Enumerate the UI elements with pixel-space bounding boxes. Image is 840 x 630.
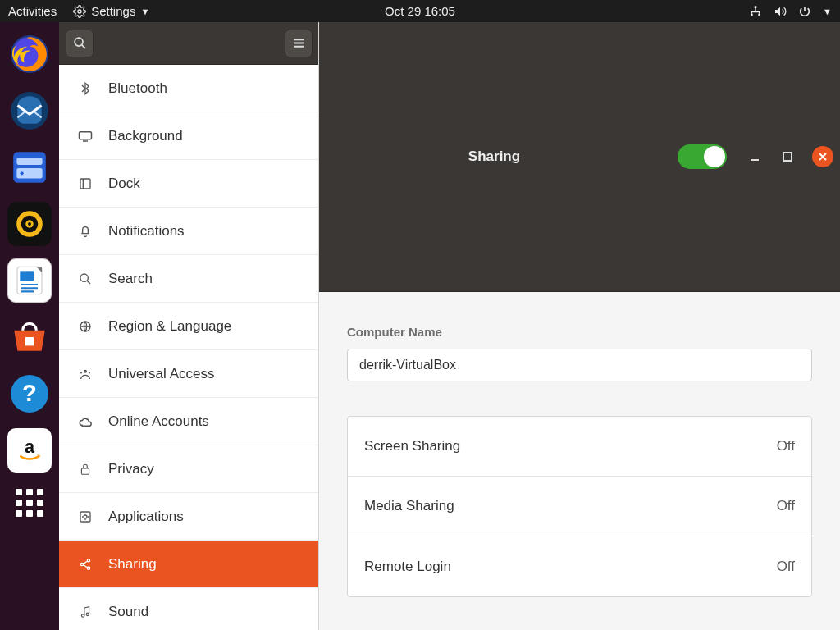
cloud-icon bbox=[77, 416, 94, 427]
search-icon bbox=[77, 272, 94, 285]
svg-text:?: ? bbox=[22, 380, 37, 406]
app-menu[interactable]: Settings ▼ bbox=[73, 4, 149, 18]
sidebar-item-label: Region & Language bbox=[108, 318, 231, 335]
sidebar-item-sharing[interactable]: Sharing bbox=[59, 541, 318, 588]
window-title-right: Sharing bbox=[468, 148, 520, 165]
chevron-down-icon: ▼ bbox=[140, 7, 149, 16]
svg-point-14 bbox=[28, 222, 31, 226]
computer-name-input[interactable] bbox=[347, 349, 812, 381]
dock-app-help[interactable]: ? bbox=[7, 372, 52, 416]
sidebar-item-label: Search bbox=[108, 271, 153, 287]
svg-rect-16 bbox=[20, 271, 34, 281]
dock-icon bbox=[77, 177, 94, 190]
window-minimize-button[interactable] bbox=[746, 148, 763, 165]
sharing-row-label: Media Sharing bbox=[364, 498, 454, 514]
svg-point-29 bbox=[84, 515, 87, 518]
sharing-row-media-sharing[interactable]: Media SharingOff bbox=[348, 477, 811, 536]
power-icon[interactable] bbox=[798, 5, 811, 18]
sharing-options-list: Screen SharingOffMedia SharingOffRemote … bbox=[347, 416, 812, 597]
sharing-row-label: Remote Login bbox=[364, 559, 451, 575]
bluetooth-icon bbox=[77, 82, 94, 95]
sidebar-item-sound[interactable]: Sound bbox=[59, 588, 318, 630]
svg-rect-1 bbox=[755, 6, 757, 8]
sharing-row-screen-sharing[interactable]: Screen SharingOff bbox=[348, 417, 811, 477]
computer-name-label: Computer Name bbox=[347, 325, 812, 339]
sidebar-item-online-accounts[interactable]: Online Accounts bbox=[59, 398, 318, 445]
svg-rect-27 bbox=[81, 468, 89, 473]
svg-rect-23 bbox=[80, 179, 90, 189]
sharing-row-label: Screen Sharing bbox=[364, 438, 460, 454]
svg-point-10 bbox=[21, 171, 24, 175]
dock-app-firefox[interactable] bbox=[7, 32, 52, 76]
sidebar-item-search[interactable]: Search bbox=[59, 255, 318, 303]
svg-point-34 bbox=[86, 613, 89, 615]
sidebar-item-label: Notifications bbox=[108, 223, 185, 240]
svg-point-26 bbox=[84, 369, 87, 372]
settings-sidebar: Settings BluetoothBackgroundDockNotifica… bbox=[59, 22, 319, 630]
activities-button[interactable]: Activities bbox=[8, 4, 57, 18]
app-menu-label: Settings bbox=[91, 4, 135, 18]
dock-app-rhythmbox[interactable] bbox=[7, 202, 52, 246]
gearbox-icon bbox=[77, 510, 94, 523]
launcher-dock: ? a bbox=[0, 22, 59, 630]
sidebar-item-label: Online Accounts bbox=[108, 413, 209, 430]
sidebar-item-region-language[interactable]: Region & Language bbox=[59, 303, 318, 350]
dock-app-files[interactable] bbox=[7, 145, 52, 189]
sidebar-item-privacy[interactable]: Privacy bbox=[59, 445, 318, 493]
sidebar-item-label: Bluetooth bbox=[108, 80, 167, 97]
svg-rect-3 bbox=[758, 13, 760, 16]
window-maximize-button[interactable] bbox=[779, 148, 796, 165]
display-icon bbox=[77, 130, 94, 142]
sidebar-search-button[interactable] bbox=[66, 30, 94, 57]
svg-rect-35 bbox=[783, 153, 792, 161]
chevron-down-icon[interactable]: ▼ bbox=[823, 7, 832, 16]
sidebar-item-label: Sound bbox=[108, 604, 148, 620]
hamburger-menu-button[interactable] bbox=[285, 30, 313, 57]
volume-icon[interactable] bbox=[774, 5, 787, 18]
lock-icon bbox=[77, 463, 94, 476]
sharing-row-remote-login[interactable]: Remote LoginOff bbox=[348, 536, 811, 596]
dock-app-thunderbird[interactable] bbox=[7, 89, 52, 133]
settings-window: Settings BluetoothBackgroundDockNotifica… bbox=[59, 22, 840, 630]
sidebar-item-label: Privacy bbox=[108, 461, 154, 477]
headerbar-left: Settings bbox=[59, 22, 319, 65]
dock-app-libreoffice-writer[interactable] bbox=[7, 258, 52, 303]
sidebar-item-applications[interactable]: Applications bbox=[59, 493, 318, 541]
dock-app-ubuntu-software[interactable] bbox=[7, 315, 52, 359]
svg-point-33 bbox=[81, 614, 84, 616]
sidebar-item-label: Sharing bbox=[108, 556, 157, 573]
settings-content: Sharing Computer Name Screen SharingOffM… bbox=[319, 22, 840, 630]
bell-icon bbox=[77, 225, 94, 238]
window-close-button[interactable] bbox=[812, 146, 833, 167]
svg-rect-8 bbox=[16, 158, 42, 165]
dock-app-amazon[interactable]: a bbox=[7, 428, 52, 472]
top-menu-bar: Activities Settings ▼ Oct 29 16:05 ▼ bbox=[0, 0, 840, 22]
share-icon bbox=[77, 558, 94, 571]
svg-rect-28 bbox=[80, 512, 90, 522]
svg-text:a: a bbox=[25, 436, 35, 457]
sidebar-item-universal-access[interactable]: Universal Access bbox=[59, 350, 318, 398]
sidebar-item-label: Background bbox=[108, 128, 183, 144]
sidebar-item-label: Applications bbox=[108, 509, 184, 525]
sharing-row-state: Off bbox=[777, 438, 795, 454]
show-applications-button[interactable] bbox=[13, 486, 46, 519]
sharing-master-switch[interactable] bbox=[678, 144, 727, 169]
headerbar-right: Sharing bbox=[319, 22, 840, 292]
music-icon bbox=[77, 605, 94, 619]
clock[interactable]: Oct 29 16:05 bbox=[385, 4, 455, 18]
sidebar-item-bluetooth[interactable]: Bluetooth bbox=[59, 65, 318, 112]
svg-point-0 bbox=[78, 10, 81, 13]
svg-rect-17 bbox=[25, 337, 34, 345]
sidebar-item-notifications[interactable]: Notifications bbox=[59, 208, 318, 255]
sidebar-item-label: Universal Access bbox=[108, 366, 214, 382]
sidebar-item-label: Dock bbox=[108, 176, 140, 192]
svg-rect-22 bbox=[80, 131, 92, 139]
sharing-row-state: Off bbox=[777, 559, 795, 575]
globe-icon bbox=[77, 320, 94, 333]
network-icon[interactable] bbox=[749, 5, 762, 18]
sidebar-item-background[interactable]: Background bbox=[59, 112, 318, 160]
sidebar-item-dock[interactable]: Dock bbox=[59, 160, 318, 208]
person-icon bbox=[77, 368, 94, 381]
gear-icon bbox=[73, 5, 86, 18]
svg-point-21 bbox=[75, 38, 83, 46]
